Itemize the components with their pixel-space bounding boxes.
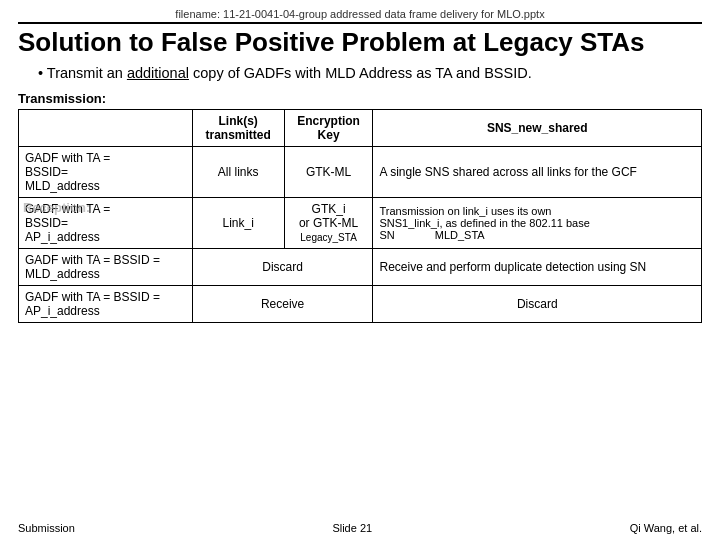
row4-col2-3: Receive bbox=[192, 286, 373, 323]
col-header-2: Link(s)transmitted bbox=[192, 110, 284, 147]
row3-col1: GADF with TA = BSSID =MLD_address bbox=[19, 249, 193, 286]
row4-col1: GADF with TA = BSSID =AP_i_address bbox=[19, 286, 193, 323]
main-table: Link(s)transmitted EncryptionKey SNS_new… bbox=[18, 109, 702, 323]
col-header-3: EncryptionKey bbox=[284, 110, 373, 147]
row2-col4: Transmission on link_i uses its own SNS1… bbox=[373, 198, 702, 249]
table-header-row: Link(s)transmitted EncryptionKey SNS_new… bbox=[19, 110, 702, 147]
row1-col4: A single SNS shared across all links for… bbox=[373, 147, 702, 198]
col-header-4: SNS_new_shared bbox=[373, 110, 702, 147]
footer-right: Qi Wang, et al. bbox=[630, 522, 702, 534]
reception-overlay: Reception: bbox=[23, 200, 90, 215]
underline-word: additional bbox=[127, 65, 189, 81]
row4-col4: Discard bbox=[373, 286, 702, 323]
row1-col2: All links bbox=[192, 147, 284, 198]
table-row: GADF with TA = BSSID =MLD_address Discar… bbox=[19, 249, 702, 286]
page-title: Solution to False Positive Problem at Le… bbox=[18, 28, 702, 58]
row1-col3: GTK-ML bbox=[284, 147, 373, 198]
bullet-point: • Transmit an additional copy of GADFs w… bbox=[18, 64, 702, 84]
row1-col1: GADF with TA =BSSID=MLD_address bbox=[19, 147, 193, 198]
footer-center: Slide 21 bbox=[332, 522, 372, 534]
row3-col4: Receive and perform duplicate detection … bbox=[373, 249, 702, 286]
table-row: GADF with TA = BSSID =AP_i_address Recei… bbox=[19, 286, 702, 323]
row2-col1: GADF with TA =BSSID=AP_i_address Recepti… bbox=[19, 198, 193, 249]
row3-col2-3: Discard bbox=[192, 249, 373, 286]
table-row: GADF with TA =BSSID=MLD_address All link… bbox=[19, 147, 702, 198]
row2-col3: GTK_ior GTK-MLLegacy_STA bbox=[284, 198, 373, 249]
footer: Submission Slide 21 Qi Wang, et al. bbox=[18, 518, 702, 534]
page: filename: 11-21-0041-04-group addressed … bbox=[0, 0, 720, 540]
transmission-label: Transmission: bbox=[18, 91, 702, 106]
row2-col2: Link_i bbox=[192, 198, 284, 249]
filename: filename: 11-21-0041-04-group addressed … bbox=[18, 8, 702, 24]
footer-left: Submission bbox=[18, 522, 75, 534]
table-row: GADF with TA =BSSID=AP_i_address Recepti… bbox=[19, 198, 702, 249]
col-header-1 bbox=[19, 110, 193, 147]
